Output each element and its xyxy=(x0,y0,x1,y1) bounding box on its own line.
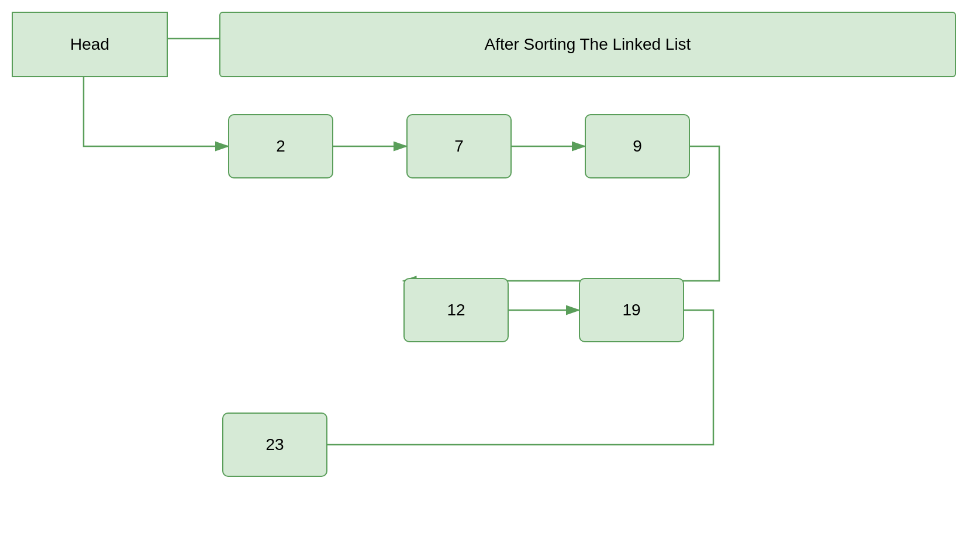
node-2: 2 xyxy=(228,114,333,178)
node-12: 12 xyxy=(403,278,509,342)
node-7: 7 xyxy=(406,114,512,178)
node-23: 23 xyxy=(222,413,327,477)
title-box: After Sorting The Linked List xyxy=(219,12,956,77)
head-label: Head xyxy=(70,35,109,54)
node-9: 9 xyxy=(585,114,690,178)
node-19: 19 xyxy=(579,278,684,342)
head-node: Head xyxy=(12,12,168,77)
title-text: After Sorting The Linked List xyxy=(485,35,691,54)
